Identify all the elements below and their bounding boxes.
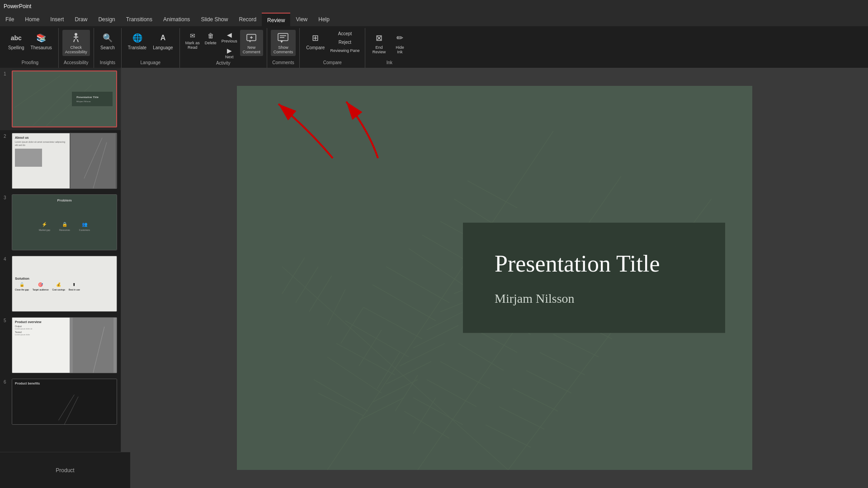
activity-items: ✉ Mark asRead 🗑 Delete ◀ Previous ▶ Next — [184, 30, 263, 61]
tab-slideshow[interactable]: Slide Show — [195, 13, 233, 26]
spelling-button[interactable]: abc Spelling — [5, 30, 27, 52]
about-img-placeholder — [15, 149, 42, 167]
accessibility-group-label: Accessibility — [64, 60, 88, 66]
thumb-subtitle-text: Mirjam Nilsson — [76, 100, 108, 103]
show-comments-items: ShowComments — [271, 30, 296, 60]
previous-comment-button[interactable]: ◀ Previous — [220, 30, 239, 45]
slide-thumb-1: Presentation Title Mirjam Nilsson — [12, 70, 117, 127]
end-review-button[interactable]: ⊠ EndReview — [369, 30, 389, 56]
hide-ink-button[interactable]: ✏ HideInk — [390, 30, 410, 56]
tab-review[interactable]: Review — [262, 13, 290, 26]
svg-rect-9 — [278, 33, 288, 41]
svg-rect-17 — [71, 133, 116, 188]
delete-icon: 🗑 — [206, 31, 215, 40]
ribbon-tabs: File Home Insert Draw Design Transitions… — [0, 13, 868, 26]
slide-canvas: Presentation Title Mirjam Nilsson — [237, 86, 752, 470]
translate-button[interactable]: 🌐 Translate — [125, 30, 149, 52]
product-img — [70, 318, 117, 373]
compare-button[interactable]: ⊞ Compare — [303, 30, 327, 52]
insights-group-label: Insights — [100, 60, 115, 66]
problem-title: Problem — [57, 198, 71, 202]
product-text: Product — [56, 467, 74, 474]
tab-draw[interactable]: Draw — [69, 13, 93, 26]
reject-button[interactable]: Reject — [328, 38, 361, 46]
search-button[interactable]: 🔍 Search — [98, 30, 118, 52]
thumb-1-content: Presentation Title Mirjam Nilsson — [13, 71, 116, 127]
slide-number-5: 5 — [4, 317, 9, 323]
slide-item-3[interactable]: 3 Problem ⚡Market gap 🔒Resources 👥Custom… — [0, 192, 121, 253]
ink-group-label: Ink — [387, 60, 392, 66]
compare-icon: ⊞ — [309, 32, 322, 44]
ribbon-group-accessibility: CheckAccessibility Accessibility — [59, 28, 94, 68]
accept-button[interactable]: Accept — [328, 30, 361, 38]
tab-help[interactable]: Help — [313, 13, 335, 26]
prev-label: Previous — [222, 39, 237, 43]
translate-icon: 🌐 — [131, 32, 144, 44]
proofing-group-label: Proofing — [22, 60, 38, 66]
nav-buttons: ◀ Previous ▶ Next — [220, 30, 239, 61]
tab-design[interactable]: Design — [93, 13, 120, 26]
mark-read-label: Mark asRead — [185, 41, 200, 50]
problem-icon-1: ⚡Market gap — [39, 222, 50, 232]
tab-animations[interactable]: Animations — [158, 13, 195, 26]
slide-item-5[interactable]: 5 Product overview Output Lorem ipsum do… — [0, 314, 121, 376]
tab-record[interactable]: Record — [233, 13, 262, 26]
tab-home[interactable]: Home — [19, 13, 45, 26]
thumb-5-content: Product overview Output Lorem ipsum dolo… — [12, 318, 117, 373]
slide-thumb-5: Product overview Output Lorem ipsum dolo… — [12, 317, 117, 373]
ribbon-group-show-comments: ShowComments Comments — [267, 28, 300, 68]
show-comments-button[interactable]: ShowComments — [271, 30, 296, 56]
slide-main-title: Presentation Title — [495, 250, 693, 278]
reviewing-pane-button[interactable]: Reviewing Pane — [328, 47, 361, 54]
tab-insert[interactable]: Insert — [45, 13, 69, 26]
solution-icons: 🔓Close the gap 🎯Target audience 💰Cost sa… — [15, 282, 80, 291]
next-comment-button[interactable]: ▶ Next — [220, 46, 239, 61]
compare-label: Compare — [306, 45, 325, 50]
compare-group-label: Compare — [323, 60, 342, 66]
thesaurus-label: Thesaurus — [31, 45, 52, 50]
tab-view[interactable]: View — [290, 13, 313, 26]
product-fern — [70, 318, 117, 373]
thumb-title-text: Presentation Title — [76, 95, 108, 99]
language-items: 🌐 Translate A Language — [125, 30, 176, 60]
sol-icon-2: 🎯Target audience — [33, 282, 49, 291]
new-comment-button[interactable]: NewComment — [240, 30, 263, 56]
check-accessibility-button[interactable]: CheckAccessibility — [62, 30, 90, 56]
slide-title-box: Presentation Title Mirjam Nilsson — [463, 223, 725, 333]
svg-line-4 — [77, 39, 78, 42]
svg-marker-8 — [249, 41, 251, 42]
hide-ink-label: HideInk — [396, 45, 404, 54]
compare-items: ⊞ Compare Accept Reject Reviewing Pane — [303, 30, 361, 60]
slide-item-1[interactable]: 1 Presentation Title — [0, 68, 121, 130]
slide-item-4[interactable]: 4 Solution 🔓Close the gap 🎯Target audien… — [0, 253, 121, 314]
thesaurus-button[interactable]: 📚 Thesaurus — [28, 30, 55, 52]
tab-transitions[interactable]: Transitions — [121, 13, 158, 26]
accessibility-label: CheckAccessibility — [65, 45, 87, 54]
language-label: Language — [153, 45, 173, 50]
slide-thumb-4: Solution 🔓Close the gap 🎯Target audience… — [12, 256, 117, 312]
mark-read-button[interactable]: ✉ Mark asRead — [184, 30, 202, 51]
slide-item-6[interactable]: 6 Product benefits — [0, 376, 121, 427]
language-button[interactable]: A Language — [150, 30, 176, 52]
reviewing-pane-label: Reviewing Pane — [330, 48, 359, 53]
thumb-5-inner: Product overview Output Lorem ipsum dolo… — [12, 318, 117, 373]
delete-comment-button[interactable]: 🗑 Delete — [203, 30, 219, 47]
sol-icon-3: 💰Cost savings — [52, 282, 65, 291]
hide-ink-icon: ✏ — [393, 32, 406, 44]
slide-item-2[interactable]: 2 About us Lorem ipsum dolor sit amet co… — [0, 130, 121, 192]
accessibility-items: CheckAccessibility — [62, 30, 90, 60]
ribbon-group-proofing: abc Spelling 📚 Thesaurus Proofing — [2, 28, 59, 68]
spelling-icon: abc — [10, 32, 23, 44]
tab-file[interactable]: File — [0, 13, 19, 26]
delete-label: Delete — [205, 41, 217, 45]
translate-label: Translate — [128, 45, 146, 50]
thumb-2-content: About us Lorem ipsum dolor sit amet cons… — [12, 133, 117, 188]
svg-line-23 — [58, 394, 74, 420]
ink-items: ⊠ EndReview ✏ HideInk — [369, 30, 410, 60]
about-title: About us — [15, 136, 67, 139]
ribbon-group-activity: ✉ Mark asRead 🗑 Delete ◀ Previous ▶ Next — [180, 28, 267, 68]
slide-number-3: 3 — [4, 194, 9, 200]
canvas-area: Presentation Title Mirjam Nilsson — [121, 68, 868, 488]
product-overview-left: Product overview Output Lorem ipsum dolo… — [12, 318, 70, 373]
title-bar: PowerPoint — [0, 0, 868, 13]
